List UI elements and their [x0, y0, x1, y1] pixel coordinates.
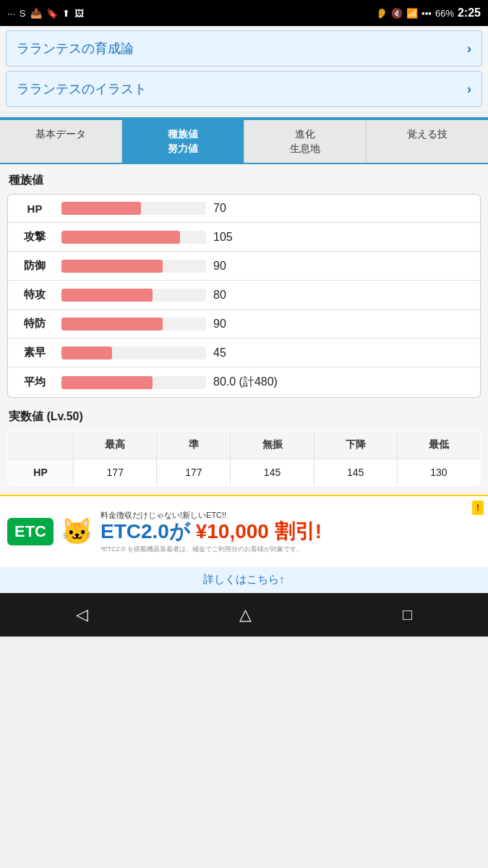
stat-bar-container-sp-defense: 90 [61, 318, 471, 331]
tab-evolution-label: 進化生息地 [290, 128, 320, 154]
real-row-hp-no-effort: 145 [231, 459, 314, 486]
real-header-min: 最低 [397, 431, 480, 459]
real-row-hp-quasi: 177 [157, 459, 231, 486]
tab-moves-label: 覚える技 [407, 128, 448, 140]
image-icon: 🖼 [74, 8, 84, 19]
battery-indicator: 66% [435, 8, 454, 19]
home-button[interactable]: △ [225, 598, 266, 631]
real-header-down: 下降 [314, 431, 397, 459]
tab-species-effort[interactable]: 種族値努力値 [122, 120, 244, 163]
real-header-max: 最高 [74, 431, 157, 459]
stat-row-sp-attack: 特攻 80 [8, 281, 480, 310]
nav-link-item-1[interactable]: ラランテスの育成論 › [6, 30, 482, 67]
stat-label-sp-defense: 特防 [17, 317, 53, 331]
stat-bar-hp [61, 202, 141, 215]
stat-label-attack: 攻撃 [17, 230, 53, 244]
stat-bar-speed [61, 346, 112, 359]
stat-bar-container-attack: 105 [61, 231, 471, 244]
nav-link-text-2: ラランテスのイラスト [17, 80, 147, 98]
stat-value-average: 80.0 (計480) [213, 375, 278, 390]
stat-bar-container-hp: 70 [61, 202, 471, 215]
stat-bar-wrapper-hp [61, 202, 206, 215]
etc-main-text: ETC2.0が ¥10,000 割引! [100, 521, 481, 543]
stat-label-hp: HP [17, 203, 53, 215]
wifi-icon: 📶 [406, 8, 418, 19]
real-row-hp-label: HP [8, 459, 74, 486]
real-values-section-title: 実数値 (Lv.50) [9, 409, 481, 425]
nav-links-section: ラランテスの育成論 › ラランテスのイラスト › [0, 26, 488, 111]
stat-row-attack: 攻撃 105 [8, 223, 480, 252]
stat-bar-average [61, 376, 153, 389]
stat-row-average: 平均 80.0 (計480) [8, 367, 480, 397]
real-row-hp: HP 177 177 145 145 130 [8, 459, 481, 486]
inbox-icon: 📥 [30, 8, 42, 19]
real-row-hp-min: 130 [397, 459, 480, 486]
stat-bar-wrapper-attack [61, 231, 206, 244]
stat-bar-container-defense: 90 [61, 260, 471, 273]
stat-label-average: 平均 [17, 375, 53, 389]
nav-bar: ◁ △ □ [0, 593, 488, 637]
signal-icon: ▪▪▪ [421, 8, 432, 19]
stat-row-defense: 防御 90 [8, 252, 480, 281]
stat-bar-sp-defense [61, 318, 163, 331]
status-bar-right: 👂 🔇 📶 ▪▪▪ 66% 2:25 [376, 7, 481, 20]
real-header-quasi: 準 [157, 431, 231, 459]
tab-evolution[interactable]: 進化生息地 [244, 120, 367, 163]
stat-bar-container-average: 80.0 (計480) [61, 375, 471, 390]
tabs-container: 基本データ 種族値努力値 進化生息地 覚える技 [0, 120, 488, 164]
stat-bar-container-sp-attack: 80 [61, 289, 471, 302]
stat-value-sp-attack: 80 [213, 289, 242, 302]
stat-row-hp: HP 70 [8, 195, 480, 223]
stat-value-sp-defense: 90 [213, 318, 242, 331]
stat-bar-attack [61, 231, 180, 244]
back-button[interactable]: ◁ [61, 598, 103, 631]
stat-bar-wrapper-average [61, 376, 206, 389]
nav-link-item-2[interactable]: ラランテスのイラスト › [6, 71, 482, 107]
nav-link-text-1: ラランテスの育成論 [17, 40, 134, 57]
stat-bar-wrapper-speed [61, 346, 206, 359]
real-row-hp-down: 145 [314, 459, 397, 486]
stat-bar-wrapper-sp-defense [61, 318, 206, 331]
species-section-title: 種族値 [9, 173, 481, 188]
ad-animal-icon: 🐱 [61, 516, 93, 547]
stat-label-speed: 素早 [17, 346, 53, 359]
upload-icon: ⬆ [62, 8, 70, 19]
stats-table: HP 70 攻撃 105 防御 [7, 194, 481, 398]
etc-text-area: 料金徴収だけじゃない!新しいETC!! ETC2.0が ¥10,000 割引! … [100, 510, 481, 554]
real-values-table: 最高 準 無振 下降 最低 HP 177 177 145 145 130 [7, 430, 481, 486]
ad-link-bar[interactable]: 詳しくはこちら↑ [0, 567, 488, 593]
stat-bar-wrapper-defense [61, 260, 206, 273]
stat-bar-defense [61, 260, 163, 273]
stat-row-speed: 素早 45 [8, 339, 480, 367]
etc-subtitle: 料金徴収だけじゃない!新しいETC!! [100, 510, 481, 521]
volume-mute-icon: 🔇 [391, 8, 403, 19]
ad-banner[interactable]: ETC 🐱 料金徴収だけじゃない!新しいETC!! ETC2.0が ¥10,00… [0, 495, 488, 567]
ad-content: ETC 🐱 料金徴収だけじゃない!新しいETC!! ETC2.0が ¥10,00… [0, 510, 488, 554]
stat-bar-wrapper-sp-attack [61, 289, 206, 302]
bookmark-icon: 🔖 [46, 8, 58, 19]
nav-link-arrow-1: › [467, 41, 471, 56]
tab-basic-data[interactable]: 基本データ [0, 120, 122, 163]
status-time: 2:25 [458, 7, 481, 20]
stat-bar-sp-attack [61, 289, 153, 302]
etc-badge: ETC [7, 518, 53, 545]
recents-button[interactable]: □ [388, 598, 427, 631]
hearing-icon: 👂 [376, 8, 388, 19]
stat-value-defense: 90 [213, 260, 242, 273]
real-values-header-row: 最高 準 無振 下降 最低 [8, 431, 481, 459]
tab-species-effort-label: 種族値努力値 [168, 128, 198, 154]
stat-label-sp-attack: 特攻 [17, 288, 53, 302]
content-area: 種族値 HP 70 攻撃 105 防御 [0, 164, 488, 495]
stat-bar-container-speed: 45 [61, 346, 471, 359]
warning-badge: ! [472, 501, 484, 515]
tab-moves[interactable]: 覚える技 [367, 120, 488, 163]
status-bar-left: ··· S 📥 🔖 ⬆ 🖼 [7, 8, 84, 19]
menu-icon: ··· [7, 8, 15, 19]
stat-value-attack: 105 [213, 231, 242, 244]
stat-row-sp-defense: 特防 90 [8, 310, 480, 339]
real-header-no-effort: 無振 [231, 431, 314, 459]
sync-icon: S [20, 8, 26, 19]
etc-fine-print: *ETC2.0 を搭載機器装着者は、補金でご利用分のお客様が対象です。 [100, 545, 481, 554]
etc-discount: ¥10,000 割引! [196, 520, 322, 542]
status-bar: ··· S 📥 🔖 ⬆ 🖼 👂 🔇 📶 ▪▪▪ 66% 2:25 [0, 0, 488, 26]
